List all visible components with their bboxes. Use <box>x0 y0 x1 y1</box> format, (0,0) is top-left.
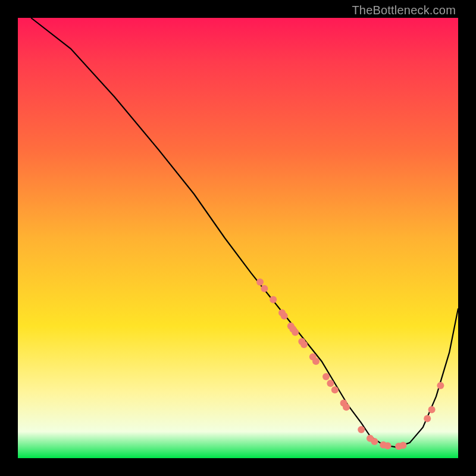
curve-dot <box>437 382 444 389</box>
plot-area <box>18 18 458 458</box>
chart-stage: TheBottleneck.com <box>0 0 476 476</box>
curve-dot <box>331 386 339 393</box>
curve-dot <box>384 442 392 449</box>
curve-dot <box>270 296 277 303</box>
curve-dot <box>281 312 288 320</box>
curve-dot <box>327 380 334 387</box>
curve-dot <box>300 341 308 348</box>
curve-dot <box>261 285 268 292</box>
curve-dot <box>292 328 299 336</box>
curve-dot <box>371 438 378 445</box>
curve-dot <box>312 358 320 365</box>
curve-dot <box>424 415 431 422</box>
curve-dot <box>428 406 436 414</box>
curve-dot <box>256 278 264 286</box>
curve-svg <box>18 18 458 458</box>
watermark-text: TheBottleneck.com <box>352 4 456 17</box>
curve-dot <box>343 403 350 411</box>
bottleneck-curve <box>31 18 458 447</box>
curve-dot <box>358 426 365 433</box>
curve-dot <box>400 442 407 449</box>
curve-dots <box>256 278 444 450</box>
curve-dot <box>322 373 330 380</box>
